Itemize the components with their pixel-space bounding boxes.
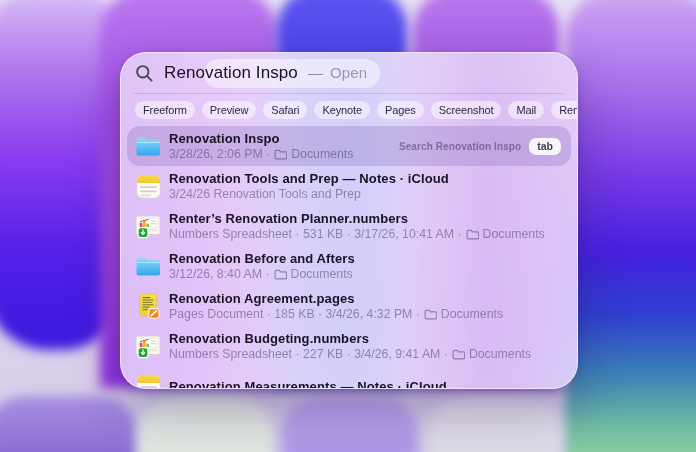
spotlight-panel: Renovation Inspo—Open FreeformPreviewSaf… [120,52,578,389]
folder-mini-icon [452,349,465,360]
result-meta-text: Numbers Spreadsheet · 227 KB · 3/4/26, 9… [169,347,448,361]
result-meta-text: 3/24/26 Renovation Tools and Prep [169,187,361,201]
result-title: Renter’s Renovation Planner.numbers [169,211,545,226]
search-icon [135,64,154,83]
filter-chip-freeform[interactable]: Freeform [135,101,195,119]
numbers-icon [134,332,162,360]
wallpaper-shape [282,397,418,452]
result-meta-text: Numbers Spreadsheet · 531 KB · 3/17/26, … [169,227,462,241]
result-meta: Numbers Spreadsheet · 531 KB · 3/17/26, … [169,227,545,241]
folder-icon [134,252,162,280]
result-location: Documents [441,307,503,321]
action-hint: Open [330,64,367,81]
result-meta: 3/24/26 Renovation Tools and Prep [169,187,449,201]
search-typed-text: Reno [164,63,205,83]
wallpaper-shape [428,398,560,452]
result-texts: Renovation Before and Afters3/12/26, 8:4… [169,251,355,281]
folder-icon [134,132,162,160]
autocomplete-text: vation Inspo [205,63,298,83]
wallpaper-shape [140,398,272,452]
result-title: Renovation Tools and Prep — Notes · iClo… [169,171,449,186]
notes-icon [134,172,162,200]
result-texts: Renter’s Renovation Planner.numbersNumbe… [169,211,545,241]
result-location: Documents [469,347,531,361]
result-row[interactable]: Renovation Budgeting.numbersNumbers Spre… [127,326,571,366]
folder-mini-icon [424,309,437,320]
numbers-icon [134,212,162,240]
result-meta-text: 3/28/26, 2:06 PM · [169,147,270,161]
result-row[interactable]: Renovation Inspo3/28/26, 2:06 PM · Docum… [127,126,571,166]
result-location: Documents [291,267,353,281]
result-meta-text: Pages Document · 185 KB · 3/4/26, 4:32 P… [169,307,420,321]
wallpaper-shape [0,396,136,452]
result-texts: Renovation Budgeting.numbersNumbers Spre… [169,331,531,361]
result-title: Renovation Inspo [169,131,353,146]
filter-chip-mail[interactable]: Mail [508,101,544,119]
filter-chips: FreeformPreviewSafariKeynotePagesScreens… [135,101,563,119]
result-texts: Renovation Inspo3/28/26, 2:06 PM · Docum… [169,131,353,161]
result-row[interactable]: Renovation Tools and Prep — Notes · iClo… [127,166,571,206]
result-texts: Renovation Agreement.pagesPages Document… [169,291,503,321]
notes-icon [134,372,162,389]
pages-icon [134,292,162,320]
result-row[interactable]: Renovation Measurements — Notes · iCloud [127,366,571,389]
shortcut-hint: Search Renovation Inspotab [399,138,566,155]
result-row[interactable]: Renovation Before and Afters3/12/26, 8:4… [127,246,571,286]
filter-chip-screenshot[interactable]: Screenshot [431,101,502,119]
result-meta: Numbers Spreadsheet · 227 KB · 3/4/26, 9… [169,347,531,361]
result-location: Documents [483,227,545,241]
result-row[interactable]: Renovation Agreement.pagesPages Document… [127,286,571,326]
wallpaper-shape [565,0,696,452]
result-meta: Pages Document · 185 KB · 3/4/26, 4:32 P… [169,307,503,321]
result-row[interactable]: Renter’s Renovation Planner.numbersNumbe… [127,206,571,246]
result-texts: Renovation Measurements — Notes · iCloud [169,379,447,390]
autocomplete-pill: vation Inspo—Open [204,59,380,88]
shortcut-hint-text: Search Renovation Inspo [399,141,521,152]
folder-mini-icon [466,229,479,240]
tab-key-badge[interactable]: tab [529,138,561,155]
result-meta-text: 3/12/26, 8:40 AM · [169,267,270,281]
desktop: Renovation Inspo—Open FreeformPreviewSaf… [0,0,696,452]
result-title: Renovation Agreement.pages [169,291,503,306]
filter-chip-keynote[interactable]: Keynote [314,101,370,119]
result-title: Renovation Budgeting.numbers [169,331,531,346]
filter-chip-preview[interactable]: Preview [202,101,256,119]
folder-mini-icon [274,149,287,160]
filter-chip-pages[interactable]: Pages [377,101,424,119]
divider [134,93,564,94]
result-meta: 3/12/26, 8:40 AM · Documents [169,267,355,281]
result-texts: Renovation Tools and Prep — Notes · iClo… [169,171,449,201]
result-title: Renovation Measurements — Notes · iCloud [169,379,447,390]
search-bar[interactable]: Renovation Inspo—Open [121,53,577,93]
result-title: Renovation Before and Afters [169,251,355,266]
result-location: Documents [291,147,353,161]
folder-mini-icon [274,269,287,280]
filter-chip-reminders[interactable]: Reminders [551,101,578,119]
result-meta: 3/28/26, 2:06 PM · Documents [169,147,353,161]
filter-chip-safari[interactable]: Safari [263,101,307,119]
action-separator: — [308,64,323,81]
results-list: Renovation Inspo3/28/26, 2:06 PM · Docum… [121,126,577,389]
search-input[interactable]: Renovation Inspo—Open [164,59,380,88]
